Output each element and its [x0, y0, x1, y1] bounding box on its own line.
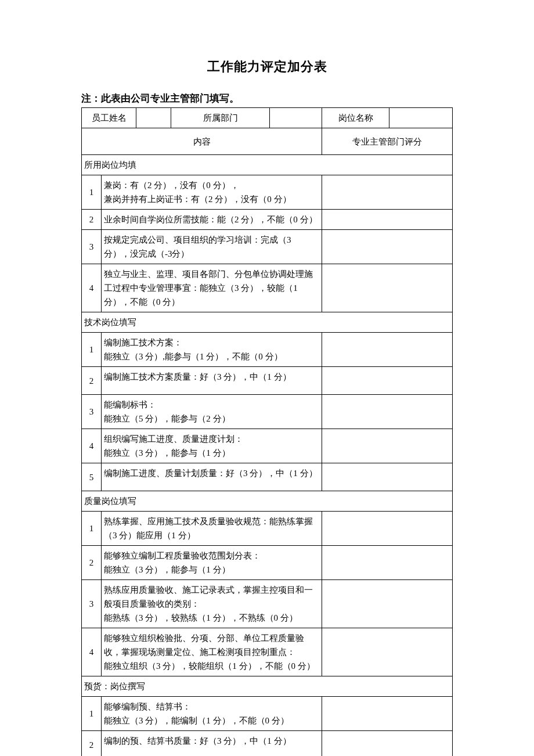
table-row: 1能够编制预、结算书： 能独立（3 分），能编制（1 分），不能（0 分） [82, 697, 453, 731]
row-number: 5 [82, 463, 102, 491]
row-number: 2 [82, 367, 102, 395]
table-row: 1熟练掌握、应用施工技术及质量验收规范：能熟练掌握（3 分）能应用（1 分） [82, 512, 453, 546]
row-score [322, 175, 453, 210]
row-content: 能够独立组织检验批、分项、分部、单位工程质量验收，掌握现场测量定位、施工检测项目… [102, 628, 322, 676]
employee-name-label: 员工姓名 [82, 108, 136, 128]
section-header-cell: 预货：岗位撰写 [82, 676, 453, 697]
row-number: 2 [82, 546, 102, 580]
row-score [322, 429, 453, 463]
table-row: 4独立与业主、监理、项目各部门、分包单位协调处理施工过程中专业管理事宜：能独立（… [82, 264, 453, 312]
section-header-cell: 所用岗位均填 [82, 155, 453, 175]
row-number: 4 [82, 429, 102, 463]
table-row: 2能够独立编制工程质量验收范围划分表： 能独立（3 分），能参与（1 分） [82, 546, 453, 580]
table-row: 3熟练应用质量验收、施工记录表式，掌握主控项目和一般项目质量验收的类别： 能熟练… [82, 580, 453, 628]
post-value [389, 108, 453, 128]
row-score [322, 580, 453, 628]
section-header-cell: 技术岗位填写 [82, 312, 453, 333]
row-score [322, 463, 453, 491]
row-content: 熟练掌握、应用施工技术及质量验收规范：能熟练掌握（3 分）能应用（1 分） [102, 512, 322, 546]
header-row-1: 员工姓名 所属部门 岗位名称 [82, 108, 453, 128]
post-label: 岗位名称 [322, 108, 389, 128]
dept-label: 所属部门 [171, 108, 270, 128]
section-header: 技术岗位填写 [82, 312, 453, 333]
row-score [322, 395, 453, 429]
row-content: 能够独立编制工程质量验收范围划分表： 能独立（3 分），能参与（1 分） [102, 546, 322, 580]
table-row: 5编制施工进度、质量计划质量：好（3 分），中（1 分） [82, 463, 453, 491]
row-content: 能编制标书： 能独立（5 分），能参与（2 分） [102, 395, 322, 429]
row-number: 1 [82, 697, 102, 731]
row-content: 组织编写施工进度、质量进度计划： 能独立（3 分），能参与（1 分） [102, 429, 322, 463]
section-header-cell: 质量岗位填写 [82, 491, 453, 512]
row-number: 4 [82, 264, 102, 312]
table-row: 1编制施工技术方案： 能独立（3 分）,能参与（1 分），不能（0 分） [82, 333, 453, 367]
header-row-2: 内容 专业主管部门评分 [82, 128, 453, 155]
row-score [322, 697, 453, 731]
row-score [322, 628, 453, 676]
table-row: 1兼岗：有（2 分），没有（0 分）， 兼岗并持有上岗证书：有（2 分），没有（… [82, 175, 453, 210]
row-number: 1 [82, 333, 102, 367]
table-row: 4能够独立组织检验批、分项、分部、单位工程质量验收，掌握现场测量定位、施工检测项… [82, 628, 453, 676]
section-header: 预货：岗位撰写 [82, 676, 453, 697]
row-content: 编制施工技术方案质量：好（3 分），中（1 分） [102, 367, 322, 395]
row-score [322, 731, 453, 757]
table-row: 3按规定完成公司、项目组织的学习培训：完成（3 分），没完成（-3分） [82, 230, 453, 264]
row-number: 1 [82, 175, 102, 210]
table-row: 2编制施工技术方案质量：好（3 分），中（1 分） [82, 367, 453, 395]
row-number: 3 [82, 230, 102, 264]
row-score [322, 367, 453, 395]
row-content: 编制施工技术方案： 能独立（3 分）,能参与（1 分），不能（0 分） [102, 333, 322, 367]
row-content: 兼岗：有（2 分），没有（0 分）， 兼岗并持有上岗证书：有（2 分），没有（0… [102, 175, 322, 210]
note-text: 注：此表由公司专业主管部门填写。 [81, 92, 453, 105]
content-label: 内容 [82, 128, 322, 155]
row-number: 1 [82, 512, 102, 546]
score-label: 专业主管部门评分 [322, 128, 453, 155]
employee-name-value [136, 108, 171, 128]
row-score [322, 333, 453, 367]
row-number: 2 [82, 210, 102, 230]
row-score [322, 512, 453, 546]
table-row: 4组织编写施工进度、质量进度计划： 能独立（3 分），能参与（1 分） [82, 429, 453, 463]
row-score [322, 230, 453, 264]
page-title: 工作能力评定加分表 [81, 58, 453, 75]
row-content: 编制的预、结算书质量：好（3 分），中（1 分） [102, 731, 322, 757]
row-number: 2 [82, 731, 102, 757]
row-number: 3 [82, 395, 102, 429]
table-row: 2编制的预、结算书质量：好（3 分），中（1 分） [82, 731, 453, 757]
section-header: 质量岗位填写 [82, 491, 453, 512]
row-content: 按规定完成公司、项目组织的学习培训：完成（3 分），没完成（-3分） [102, 230, 322, 264]
row-score [322, 264, 453, 312]
row-score [322, 546, 453, 580]
row-score [322, 210, 453, 230]
table-row: 3能编制标书： 能独立（5 分），能参与（2 分） [82, 395, 453, 429]
dept-value [270, 108, 322, 128]
table-row: 2业余时间自学岗位所需技能：能（2 分），不能（0 分） [82, 210, 453, 230]
evaluation-table: 员工姓名 所属部门 岗位名称 内容 专业主管部门评分 所用岗位均填1兼岗：有（2… [81, 107, 453, 756]
row-number: 3 [82, 580, 102, 628]
row-content: 能够编制预、结算书： 能独立（3 分），能编制（1 分），不能（0 分） [102, 697, 322, 731]
row-content: 熟练应用质量验收、施工记录表式，掌握主控项目和一般项目质量验收的类别： 能熟练（… [102, 580, 322, 628]
row-content: 独立与业主、监理、项目各部门、分包单位协调处理施工过程中专业管理事宜：能独立（3… [102, 264, 322, 312]
section-header: 所用岗位均填 [82, 155, 453, 175]
row-content: 业余时间自学岗位所需技能：能（2 分），不能（0 分） [102, 210, 322, 230]
row-content: 编制施工进度、质量计划质量：好（3 分），中（1 分） [102, 463, 322, 491]
row-number: 4 [82, 628, 102, 676]
